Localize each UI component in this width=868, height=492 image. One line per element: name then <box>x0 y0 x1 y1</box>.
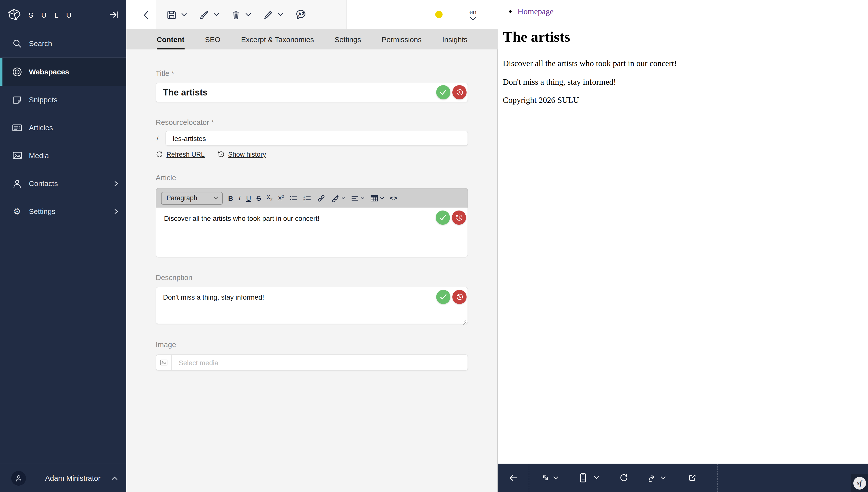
select-media-input[interactable] <box>172 359 468 366</box>
sidebar-item-label: Search <box>29 39 52 48</box>
superscript-button[interactable]: X2 <box>278 194 284 202</box>
content-form: Title * Resourcelocator * / <box>126 49 498 492</box>
back-button[interactable] <box>142 10 151 21</box>
chevron-down-icon <box>470 17 476 21</box>
chevron-down-icon[interactable] <box>594 464 599 492</box>
tab-excerpt-taxonomies[interactable]: Excerpt & Taxonomies <box>241 29 314 49</box>
numbered-list-button[interactable]: 1 2 <box>303 194 312 202</box>
resourcelocator-field-wrapper: / <box>156 131 468 146</box>
sidebar-item-webspaces[interactable]: Webspaces <box>0 58 126 86</box>
tab-permissions[interactable]: Permissions <box>381 29 422 49</box>
resize-icon <box>541 473 550 482</box>
sidebar-nav: Search Webspaces Snippets <box>0 29 126 225</box>
svg-text:2: 2 <box>303 198 305 202</box>
title-field-wrapper <box>156 83 468 102</box>
homepage-link[interactable]: Homepage <box>518 7 553 16</box>
collapse-sidebar-icon[interactable] <box>109 10 119 20</box>
chevron-down-icon[interactable] <box>553 464 559 492</box>
confirm-button[interactable] <box>436 211 450 225</box>
link-button[interactable] <box>317 194 326 202</box>
tab-settings[interactable]: Settings <box>334 29 361 49</box>
external-link-icon <box>688 473 697 482</box>
history-icon <box>455 89 463 96</box>
chevron-down-icon[interactable] <box>661 464 666 492</box>
article-editor-content[interactable]: Discover all the artists who took part i… <box>156 207 468 257</box>
title-input[interactable] <box>156 83 468 102</box>
search-icon <box>12 39 23 48</box>
sidebar-item-label: Webspaces <box>29 68 69 76</box>
block-style-select[interactable]: Paragraph <box>161 192 223 204</box>
share-icon <box>647 473 656 482</box>
code-button[interactable]: <> <box>390 194 397 202</box>
user-menu[interactable]: Adam Ministrator <box>0 464 126 492</box>
type-change-button[interactable] <box>199 9 219 20</box>
article-label: Article <box>156 173 176 181</box>
preview-nav-list: Homepage <box>498 7 868 17</box>
chevron-down-icon <box>181 13 187 17</box>
tab-insights[interactable]: Insights <box>442 29 467 49</box>
svg-text:A: A <box>298 12 301 17</box>
bold-button[interactable]: B <box>228 194 233 202</box>
anchor-button[interactable] <box>331 194 346 202</box>
history-icon <box>455 214 463 222</box>
locale-selector[interactable]: en <box>451 0 494 29</box>
stop-preview-button[interactable] <box>509 464 518 492</box>
confirm-button[interactable] <box>436 290 450 304</box>
symfony-profiler-button[interactable]: sf <box>851 474 868 492</box>
sidebar-item-settings[interactable]: ⚙ Settings <box>0 197 126 225</box>
sidebar-item-search[interactable]: Search <box>0 29 126 58</box>
textarea-resize-handle[interactable] <box>462 318 467 323</box>
sidebar-item-media[interactable]: Media <box>0 142 126 169</box>
toolbar-actions: A <box>156 0 347 29</box>
description-label: Description <box>156 273 192 281</box>
sidebar-item-label: Settings <box>29 207 55 215</box>
device-mode-button[interactable] <box>579 464 587 492</box>
edit-button[interactable] <box>263 9 283 20</box>
subscript-button[interactable]: X2 <box>267 194 273 202</box>
copy-url-button[interactable] <box>647 464 656 492</box>
preview-paragraph: Don't miss a thing, stay informed! <box>498 77 868 87</box>
tabbar: Content SEO Excerpt & Taxonomies Setting… <box>126 29 498 49</box>
sidebar-item-contacts[interactable]: Contacts <box>0 169 126 197</box>
device-icon <box>579 473 587 483</box>
alignment-button[interactable] <box>351 195 365 201</box>
tab-content[interactable]: Content <box>157 29 184 49</box>
resize-preview-button[interactable] <box>541 464 550 492</box>
resourcelocator-input[interactable] <box>166 131 468 146</box>
article-editor: Paragraph B I U S X2 X2 <box>156 188 468 257</box>
resourcelocator-actions: Refresh URL Show history <box>156 149 279 159</box>
italic-button[interactable]: I <box>239 194 241 202</box>
sidebar-item-articles[interactable]: Articles <box>0 114 126 142</box>
article-text: Discover all the artists who took part i… <box>164 215 460 222</box>
revert-button[interactable] <box>452 211 466 225</box>
description-field-wrapper: Don't miss a thing, stay informed! <box>156 287 468 324</box>
revert-button[interactable] <box>452 290 467 304</box>
chevron-right-icon <box>113 208 120 215</box>
locale-value: en <box>470 8 477 16</box>
confirm-button[interactable] <box>436 85 450 99</box>
open-external-window-button[interactable] <box>688 464 697 492</box>
sidebar: S U L U Search <box>0 0 126 492</box>
table-button[interactable] <box>370 194 384 202</box>
revert-button[interactable] <box>452 85 467 99</box>
show-history-link[interactable]: Show history <box>217 150 266 158</box>
check-icon <box>440 89 447 96</box>
chevron-down-icon <box>360 197 365 199</box>
user-name: Adam Ministrator <box>45 474 101 482</box>
description-textarea[interactable]: Don't miss a thing, stay informed! <box>156 287 468 324</box>
media-picker-icon[interactable] <box>156 355 172 370</box>
preview-copyright: Copyright 2026 SULU <box>498 96 868 105</box>
refresh-preview-button[interactable] <box>619 464 628 492</box>
tab-seo[interactable]: SEO <box>205 29 220 49</box>
history-icon <box>217 150 225 158</box>
refresh-url-link[interactable]: Refresh URL <box>156 150 205 158</box>
sidebar-item-label: Snippets <box>29 96 57 104</box>
delete-button[interactable] <box>231 9 251 20</box>
underline-button[interactable]: U <box>246 194 251 202</box>
sidebar-item-snippets[interactable]: Snippets <box>0 86 126 114</box>
translate-button[interactable]: A <box>295 9 306 20</box>
save-button[interactable] <box>167 9 187 20</box>
toolbar-divider <box>717 464 718 492</box>
strikethrough-button[interactable]: S <box>256 194 261 202</box>
bulleted-list-button[interactable] <box>289 194 298 202</box>
